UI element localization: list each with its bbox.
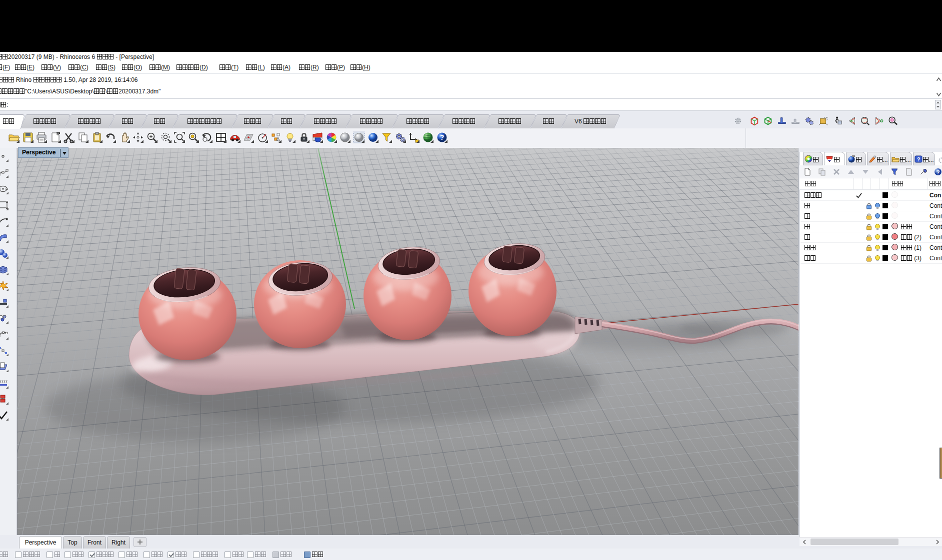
svg-text:?: ?: [917, 156, 920, 162]
svg-text:?: ?: [440, 133, 444, 141]
svg-text:?: ?: [936, 169, 940, 175]
